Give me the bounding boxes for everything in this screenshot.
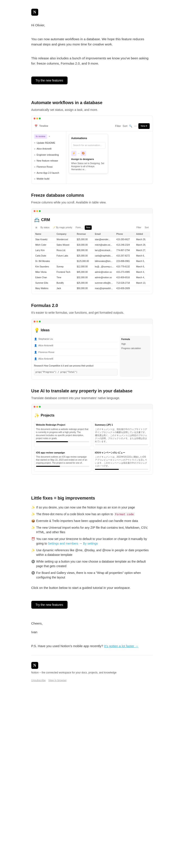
crm-emoji: 📇	[34, 216, 39, 223]
table-cell: ks@...@sunrep.c...	[94, 264, 115, 270]
table-cell: $25,000.00	[75, 237, 93, 242]
table-cell: March 13,	[135, 280, 150, 286]
list-item: ✨If so you desire, you can now use the N…	[31, 504, 153, 511]
sidebar-item-label: Mobile build	[37, 177, 50, 181]
improvements-title: Little fixes = big improvements	[31, 495, 153, 501]
close-dot	[34, 406, 35, 408]
crm-tab-form[interactable]: Form...	[74, 225, 84, 230]
crm-filter[interactable]: Filter	[135, 225, 143, 230]
section-title-translate: Use AI to translate any property in your…	[31, 388, 153, 394]
closing-cheers: Cheers,	[31, 621, 153, 626]
project-card-title: Summary (JP) 1	[95, 423, 148, 427]
projects-mockup: ✨ Projects Website Redesign Project This…	[31, 409, 153, 474]
unsubscribe-link[interactable]: Unsubscribe	[31, 678, 46, 683]
mockup-main: Automations Search for an automation... …	[66, 131, 153, 184]
table-cell: Carla Duke	[34, 253, 55, 259]
inline-code: Format code	[114, 513, 135, 516]
ps-text: P.S. Have you used Notion's mobile app r…	[31, 644, 153, 649]
cta-button-1[interactable]: Try the new features	[31, 76, 67, 84]
table-row: Kim SaundersSunrep$12,000.00ks@...@sunre…	[34, 264, 150, 270]
idea-name-1: Stephanie Liu	[38, 337, 53, 341]
table-cell: $50,000.00	[75, 286, 93, 291]
footer-tagline: Notion – the connected workspace for you…	[31, 671, 153, 675]
list-item: ✨The new Universal import works for any …	[31, 524, 153, 536]
table-row: Mary WatkinsJack$50,000.00mary@spreadshe…	[34, 286, 150, 291]
table-cell: stan@wonder...	[94, 237, 115, 242]
crm-table: Name Company Revenue Email Phone Added S…	[34, 231, 150, 291]
in-review-tag: In review	[34, 134, 47, 139]
formula-desc: Research How Competitive is it and can p…	[34, 364, 118, 368]
email-container: N Hi Olivier, You can now automate workf…	[27, 0, 157, 691]
progress-fill	[36, 466, 60, 467]
new-button[interactable]: New ▾	[139, 123, 150, 129]
bullet-text: The three-dot menu of a code block now h…	[36, 512, 135, 517]
table-row: Stan KrawitzWondercool$25,000.00stan@won…	[34, 237, 150, 242]
table-row: Dr. Bill Morales$125,000.00billmorales@b…	[34, 259, 150, 264]
table-row: Edwin ChanTime$32,000.00admin@notion.so4…	[34, 275, 150, 280]
project-card-text: このドキュメントは、現在進行中のウェブサイトリデザインプロジェクトの概要を説明し…	[95, 428, 148, 443]
close-dot	[34, 210, 35, 212]
table-cell: 415-283-6627	[115, 237, 135, 242]
mockup-body: In review ✕ Update README Alice Antonell…	[31, 131, 153, 184]
sidebar-item-label: Update README	[37, 141, 55, 145]
bullet-list: ✨If so you desire, you can now use the N…	[31, 504, 153, 581]
progress-fill	[36, 441, 68, 442]
sort-label: Sort	[123, 124, 127, 128]
item-dot	[34, 148, 35, 150]
project-card: Website Redesign Project This document o…	[34, 421, 91, 447]
close-dot	[34, 118, 35, 119]
table-cell: Bundify	[55, 280, 75, 286]
progress-bar	[95, 444, 148, 445]
inline-link[interactable]: Settings and members	[48, 542, 78, 545]
crm-tab-status[interactable]: By status	[39, 225, 51, 230]
table-cell: Dr. Bill Morales	[34, 259, 55, 264]
table-cell: Sales Wizard	[55, 242, 75, 248]
table-cell: 713-528-2718	[115, 280, 135, 286]
view-browser-link[interactable]: View in browser	[48, 678, 66, 683]
ps-link[interactable]: It's gotten a lot faster →	[104, 644, 139, 648]
automation-search[interactable]: Search for an automation...	[71, 142, 105, 149]
table-cell: Jack	[55, 286, 75, 291]
table-cell: mary@spreadsheetdr...	[94, 286, 115, 291]
table-row: Mitch ColerSales Wizard$18,000.00mitch@s…	[34, 242, 150, 248]
table-cell: 415-273-4985	[115, 270, 135, 275]
ideas-main-content: 👤 Stephanie Liu 👤 Alice Antonelli 👤 Flor…	[34, 336, 118, 377]
cta-button-2[interactable]: Try the new features	[31, 601, 67, 609]
projects-window-controls	[31, 404, 153, 409]
table-cell: Future Labs	[55, 253, 75, 259]
sidebar-item-readme: Update README	[31, 140, 66, 146]
maximize-dot	[39, 210, 41, 212]
mockup-sidebar: In review ✕ Update README Alice Antonell…	[31, 131, 66, 184]
project-card-title: iOS app review campaign	[36, 451, 89, 455]
idea-row-1: 👤 Stephanie Liu	[34, 336, 118, 343]
item-dot	[34, 142, 35, 144]
bullet-emoji: ✨	[31, 505, 35, 510]
more-icon: ⋯	[134, 124, 136, 128]
inline-link-2[interactable]: By settings	[83, 542, 98, 545]
timeline-icon: 📅	[34, 124, 38, 128]
crm-sort[interactable]: Sort	[143, 225, 150, 230]
formula-panel-title: Formula	[121, 338, 148, 341]
sidebar-item-feature: New feature release	[31, 158, 66, 164]
ideas-title: Ideas	[41, 328, 50, 333]
table-cell: March 5,	[135, 259, 150, 264]
project-card-text: This document outlines a website redesig…	[36, 428, 89, 440]
table-cell: 223-898-0981	[115, 259, 135, 264]
table-cell: Frontend Tech	[55, 270, 75, 275]
crm-tab-priority[interactable]: 🪄 By magic priority	[52, 225, 74, 230]
project-card-title: Website Redesign Project	[36, 423, 89, 427]
item-dot	[34, 172, 35, 174]
progress-bar	[36, 441, 89, 442]
footer-links: Unsubscribe View in browser	[31, 678, 153, 683]
project-card: iOSキャンペーンのレビュー このドキュメントは、2023年5月22日に開始した…	[93, 449, 150, 472]
sidebar-item-engineer: Engineer onboarding	[31, 152, 66, 158]
table-cell: $45,000.00	[75, 270, 93, 275]
crm-tab-grid[interactable]: ⊞	[34, 225, 38, 230]
ideas-emoji: 💡	[34, 327, 39, 334]
mockup-toolbar: 📅 Timeline Filter Sort 🔍 ⋯ New ▾	[31, 121, 153, 131]
sidebar-item-label: Engineer onboarding	[37, 153, 59, 157]
table-cell: Sunrep	[55, 264, 75, 270]
table-cell: March 29,	[135, 237, 150, 242]
crm-tab-new[interactable]: New	[85, 225, 92, 230]
bullet-text: You can now set your timezone to default…	[36, 537, 153, 546]
